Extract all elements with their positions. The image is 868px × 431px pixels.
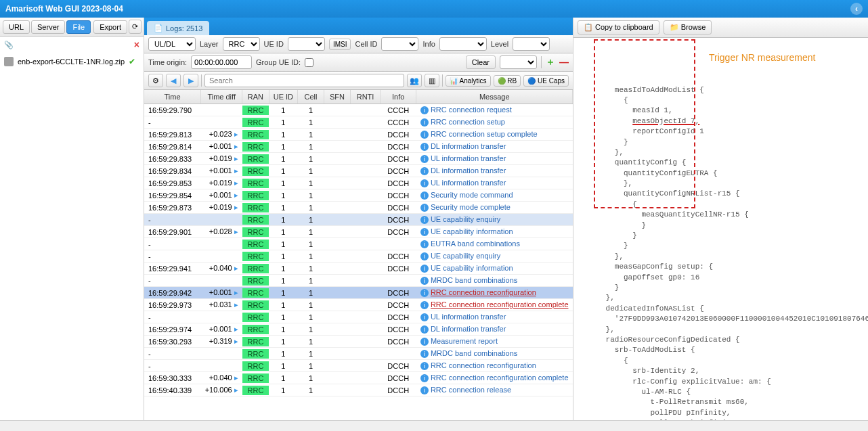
ran-badge: RRC bbox=[242, 142, 269, 152]
info-icon: i bbox=[420, 106, 429, 114]
settings-icon[interactable]: ⚙ bbox=[148, 74, 163, 87]
arrow-icon: ▸ bbox=[234, 300, 238, 309]
table-row[interactable]: -RRC11DCCHiRRC connection reconfiguratio… bbox=[144, 360, 573, 372]
ran-badge: RRC bbox=[242, 337, 269, 346]
ran-badge: RRC bbox=[242, 240, 269, 249]
layer-select[interactable]: RRC bbox=[223, 37, 260, 51]
ran-badge: RRC bbox=[242, 300, 269, 310]
column-ran[interactable]: RAN bbox=[242, 90, 269, 104]
table-row[interactable]: 16:59:29.873+0.019 ▸RRC11DCCHiSecurity m… bbox=[144, 202, 573, 214]
uecaps-button[interactable]: 🔵 UE Caps bbox=[523, 75, 569, 87]
analytics-button[interactable]: 📊 Analytics bbox=[446, 75, 490, 87]
layer-label: Layer bbox=[200, 40, 219, 48]
table-row[interactable]: 16:59:29.941+0.040 ▸RRC11DCCHiUE capabil… bbox=[144, 263, 573, 275]
table-row[interactable]: 16:59:29.942+0.001 ▸RRC11DCCHiRRC connec… bbox=[144, 287, 573, 299]
column-time[interactable]: Time bbox=[144, 90, 201, 104]
table-row[interactable]: 16:59:29.834+0.001 ▸RRC11DCCHiDL informa… bbox=[144, 165, 573, 177]
table-row[interactable]: -RRC11CCCHiRRC connection setup bbox=[144, 116, 573, 129]
group-ue-checkbox[interactable] bbox=[305, 58, 313, 67]
row-message: RRC connection reconfiguration complete bbox=[431, 300, 569, 309]
titlebar: Amarisoft Web GUI 2023-08-04 ‹ bbox=[0, 0, 868, 18]
info-icon: i bbox=[420, 155, 429, 163]
attach-icon[interactable]: 📎 bbox=[4, 41, 14, 49]
bottom-scrollbar[interactable] bbox=[0, 420, 868, 431]
rb-button[interactable]: 🟢 RB bbox=[494, 75, 521, 87]
table-row[interactable]: 16:59:29.974+0.001 ▸RRC11DCCHiDL informa… bbox=[144, 323, 573, 336]
tab-logs[interactable]: 📄 Logs: 2513 bbox=[147, 21, 209, 35]
file-button[interactable]: File bbox=[66, 20, 91, 34]
info-icon: i bbox=[420, 131, 429, 139]
ran-badge: RRC bbox=[242, 361, 269, 371]
cellid-select[interactable] bbox=[381, 37, 418, 51]
table-row[interactable]: -RRC11DCCHiUE capability enquiry bbox=[144, 214, 573, 226]
remove-icon[interactable]: — bbox=[559, 57, 569, 68]
column-ue-id[interactable]: UE ID bbox=[269, 90, 297, 104]
ran-badge: RRC bbox=[242, 373, 269, 383]
info-icon: i bbox=[420, 338, 429, 346]
info-icon: i bbox=[420, 289, 429, 297]
time-origin-label: Time origin: bbox=[148, 58, 187, 66]
arrow-icon: ▸ bbox=[234, 264, 238, 272]
clear-select[interactable] bbox=[500, 55, 537, 69]
clear-button[interactable]: Clear bbox=[466, 55, 496, 69]
next-icon[interactable]: ▶ bbox=[183, 74, 198, 87]
info-icon: i bbox=[420, 252, 429, 260]
table-row[interactable]: 16:59:29.854+0.001 ▸RRC11DCCHiSecurity m… bbox=[144, 189, 573, 202]
table-row[interactable]: -RRC11DCCHiUL information transfer bbox=[144, 311, 573, 323]
table-row[interactable]: 16:59:40.339+10.006 ▸RRC11DCCHiRRC conne… bbox=[144, 384, 573, 396]
refresh-icon[interactable]: ⟳ bbox=[129, 20, 142, 34]
column-time-diff[interactable]: Time diff bbox=[201, 90, 242, 104]
column-message[interactable]: Message bbox=[416, 90, 573, 104]
url-button[interactable]: URL bbox=[3, 20, 30, 34]
server-button[interactable]: Server bbox=[31, 20, 65, 34]
table-row[interactable]: 16:59:29.814+0.001 ▸RRC11DCCHiDL informa… bbox=[144, 141, 573, 153]
export-button[interactable]: Export bbox=[93, 20, 127, 34]
table-row[interactable]: 16:59:29.813+0.023 ▸RRC11DCCHiRRC connec… bbox=[144, 129, 573, 141]
column-cell[interactable]: Cell bbox=[298, 90, 324, 104]
log-table[interactable]: TimeTime diffRANUE IDCellSFNRNTIInfoMess… bbox=[144, 90, 573, 420]
add-icon[interactable]: ＋ bbox=[546, 56, 555, 68]
uldl-select[interactable]: UL/DL bbox=[148, 37, 196, 51]
file-item[interactable]: enb-export-6CCLTE-1NR.log.zip ✔ bbox=[4, 55, 139, 68]
table-row[interactable]: 16:59:29.853+0.019 ▸RRC11DCCHiUL informa… bbox=[144, 177, 573, 189]
ran-badge: RRC bbox=[242, 264, 269, 273]
table-row[interactable]: 16:59:29.833+0.019 ▸RRC11DCCHiUL informa… bbox=[144, 153, 573, 165]
column-sfn[interactable]: SFN bbox=[324, 90, 350, 104]
table-row[interactable]: -RRC11iMRDC band combinations bbox=[144, 348, 573, 360]
row-message: MRDC band combinations bbox=[431, 349, 517, 357]
table-row[interactable]: -RRC11iMRDC band combinations bbox=[144, 275, 573, 287]
browse-button[interactable]: 📁 Browse bbox=[664, 20, 712, 35]
ueid-select[interactable] bbox=[288, 37, 325, 51]
users-icon[interactable]: 👥 bbox=[407, 74, 422, 87]
table-row[interactable]: -RRC11DCCHiUE capability enquiry bbox=[144, 250, 573, 263]
prev-icon[interactable]: ◀ bbox=[166, 74, 181, 87]
info-select[interactable] bbox=[439, 37, 487, 51]
table-row[interactable]: -RRC11iEUTRA band combinations bbox=[144, 238, 573, 250]
column-rnti[interactable]: RNTI bbox=[351, 90, 381, 104]
level-select[interactable] bbox=[513, 37, 550, 51]
detail-body[interactable]: Trigger NR measurement measIdToAddModLis… bbox=[573, 38, 868, 420]
info-icon: i bbox=[420, 350, 429, 358]
row-message: RRC connection reconfiguration bbox=[431, 288, 536, 296]
ran-badge: RRC bbox=[242, 191, 269, 200]
column-info[interactable]: Info bbox=[381, 90, 416, 104]
row-message: RRC connection request bbox=[431, 106, 512, 114]
time-origin-input[interactable] bbox=[191, 55, 252, 69]
copy-clipboard-button[interactable]: 📋 Copy to clipboard bbox=[578, 20, 659, 35]
table-row[interactable]: 16:59:30.293+0.319 ▸RRC11DCCHiMeasuremen… bbox=[144, 336, 573, 348]
close-icon[interactable]: × bbox=[134, 39, 139, 50]
table-row[interactable]: 16:59:29.790RRC11CCCHiRRC connection req… bbox=[144, 104, 573, 116]
search-input[interactable] bbox=[204, 74, 404, 87]
table-row[interactable]: 16:59:29.973+0.031 ▸RRC11DCCHiRRC connec… bbox=[144, 299, 573, 311]
imsi-button[interactable]: IMSI bbox=[329, 39, 351, 50]
collapse-left-icon[interactable]: ‹ bbox=[850, 3, 863, 15]
archive-icon bbox=[4, 57, 14, 66]
doc-icon: 📄 bbox=[154, 24, 163, 32]
info-icon: i bbox=[420, 118, 429, 127]
table-row[interactable]: 16:59:30.333+0.040 ▸RRC11DCCHiRRC connec… bbox=[144, 372, 573, 384]
info-icon: i bbox=[420, 301, 429, 309]
row-message: RRC connection release bbox=[431, 386, 511, 394]
row-message: UL information transfer bbox=[431, 154, 506, 162]
filter-icon[interactable]: ▥ bbox=[425, 74, 439, 87]
table-row[interactable]: 16:59:29.901+0.028 ▸RRC11DCCHiUE capabil… bbox=[144, 226, 573, 238]
